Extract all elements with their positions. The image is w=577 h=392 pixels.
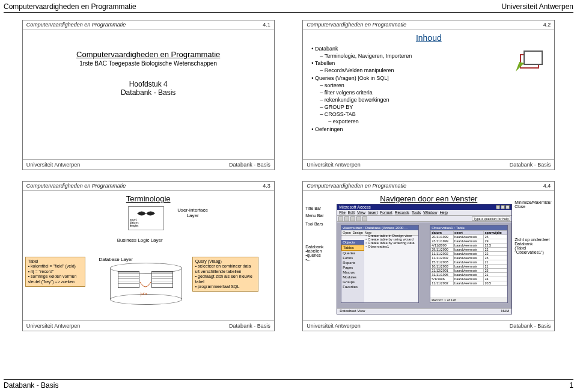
database-objects-list[interactable]: ObjectsTablesQueriesFormsReportsPagesMac…: [341, 240, 364, 302]
menu-item[interactable]: Help: [439, 210, 447, 215]
table-cell[interactable]: 22: [484, 248, 507, 252]
table-cell[interactable]: 25: [484, 269, 507, 273]
db-toolbar-button[interactable]: Design: [353, 231, 363, 234]
table-cell[interactable]: 22,5: [484, 243, 507, 248]
tabel-note: Tabelkolomtitel = "field" (veld)rij = "r…: [25, 257, 85, 287]
object-category[interactable]: Reports: [341, 260, 364, 265]
table-cell[interactable]: 29: [484, 239, 507, 243]
table-cell[interactable]: 21/12/2001: [431, 269, 454, 273]
table-window[interactable]: Observaties1 : Table datumsoortspanwijdt…: [430, 225, 508, 303]
database-main-list[interactable]: ▫ Create table in Design view▫ Create ta…: [364, 233, 418, 302]
database-window[interactable]: vleermuizen : Database (Access 2000 ... …: [341, 225, 419, 303]
table-cell[interactable]: 21: [484, 273, 507, 277]
object-category[interactable]: Forms: [341, 256, 364, 260]
menu-item[interactable]: Records: [395, 210, 409, 215]
object-category[interactable]: Macros: [341, 270, 364, 275]
access-titlebar[interactable]: Microsoft Access _□×: [337, 204, 511, 210]
toolbar-button[interactable]: [344, 216, 349, 221]
db-toolbar-button[interactable]: Open: [343, 231, 350, 234]
table-cell[interactable]: baardvleermuis: [454, 260, 484, 265]
table-row[interactable]: 21/12/2001baardvleermuis25: [431, 269, 507, 273]
minimize-icon[interactable]: _: [496, 205, 500, 209]
table-row[interactable]: 15/11/2003baardvleermuis21: [431, 260, 507, 265]
decorative-clip-icon: [513, 44, 549, 80]
table-row[interactable]: 4/11/2000baardvleermuis22,5: [431, 243, 507, 248]
access-app-title: Microsoft Access: [339, 205, 371, 209]
table-cell[interactable]: baardvleermuis: [454, 243, 484, 248]
table-cell[interactable]: 11/11/2002: [431, 281, 454, 286]
maximize-icon[interactable]: □: [501, 205, 505, 209]
table-cell[interactable]: 4/11/2000: [431, 243, 454, 248]
table-cell[interactable]: 11/11/2002: [431, 252, 454, 256]
help-search-input[interactable]: Type a question for help: [472, 216, 511, 221]
table-header[interactable]: spanwijdte: [484, 231, 507, 235]
table-cell[interactable]: baardvleermuis: [454, 235, 484, 239]
menu-item[interactable]: Insert: [368, 210, 377, 215]
table-cell[interactable]: baardvleermuis: [454, 269, 484, 273]
table-row[interactable]: 29/11/2000baardvleermuis22: [431, 248, 507, 252]
observations-table[interactable]: datumsoortspanwijdte20/11/1999baardvleer…: [430, 230, 507, 286]
menu-item[interactable]: File: [339, 210, 345, 215]
object-category[interactable]: Modules: [341, 275, 364, 280]
table-window-title[interactable]: Observaties1 : Table: [430, 225, 507, 230]
toolbar-button[interactable]: [356, 216, 361, 221]
slide-course: Computervaardigheden en Programmatie: [307, 183, 406, 189]
table-cell[interactable]: baardvleermuis: [454, 239, 484, 243]
window-controls[interactable]: _□×: [496, 205, 510, 209]
db-main-item[interactable]: ▫ Observaties1: [365, 245, 417, 248]
table-row[interactable]: 5/1/1996baardvleermuis24: [431, 277, 507, 281]
menu-item[interactable]: View: [357, 210, 365, 215]
table-cell[interactable]: baardvleermuis: [454, 248, 484, 252]
svg-rect-1: [524, 51, 542, 64]
table-cell[interactable]: 20/11/1999: [431, 235, 454, 239]
close-icon[interactable]: ×: [505, 205, 510, 209]
table-cell[interactable]: 23: [484, 256, 507, 260]
table-cell[interactable]: 25: [484, 235, 507, 239]
table-row[interactable]: 11/11/2002baardvleermuis20,5: [431, 281, 507, 286]
table-cell[interactable]: 23/11/1999: [431, 239, 454, 243]
object-category[interactable]: Tables: [341, 245, 364, 251]
table-cell[interactable]: 22: [484, 252, 507, 256]
table-header[interactable]: soort: [454, 231, 484, 235]
record-navigator[interactable]: Record: 1 of 126: [430, 298, 507, 302]
toolbar-button[interactable]: [338, 216, 343, 221]
table-cell[interactable]: 21: [484, 260, 507, 265]
toolbar-button[interactable]: [350, 216, 355, 221]
table-cell[interactable]: baardvleermuis: [454, 281, 484, 286]
table-cell[interactable]: 10/11/2003: [431, 265, 454, 269]
table-cell[interactable]: baardvleermuis: [454, 265, 484, 269]
toolbar-button[interactable]: [362, 216, 367, 221]
database-window-title[interactable]: vleermuizen : Database (Access 2000 ...: [341, 225, 418, 230]
table-cell[interactable]: 20,5: [484, 281, 507, 286]
table-cell[interactable]: 31/11/1995: [431, 273, 454, 277]
table-cell[interactable]: baardvleermuis: [454, 252, 484, 256]
note-line: Query (Vraag): [195, 259, 255, 264]
object-category[interactable]: Queries: [341, 251, 364, 256]
menu-item[interactable]: Window: [423, 210, 437, 215]
slide-3: Computervaardigheden en Programmatie 4.3…: [22, 181, 275, 331]
table-cell[interactable]: 21: [484, 265, 507, 269]
table-cell[interactable]: 24: [484, 277, 507, 281]
access-menubar[interactable]: FileEditViewInsertFormatRecordsToolsWind…: [337, 210, 511, 216]
object-category[interactable]: Pages: [341, 265, 364, 270]
menu-item[interactable]: Edit: [348, 210, 355, 215]
table-row[interactable]: 10/11/2003baardvleermuis21: [431, 265, 507, 269]
table-cell[interactable]: baardvleermuis: [454, 277, 484, 281]
table-cell[interactable]: 29/11/2000: [431, 248, 454, 252]
table-row[interactable]: 23/11/1999baardvleermuis29: [431, 239, 507, 243]
table-row[interactable]: 11/11/2002baardvleermuis23: [431, 256, 507, 260]
object-category[interactable]: Favorites: [341, 284, 364, 289]
access-toolbar[interactable]: Type a question for help: [337, 216, 511, 222]
table-cell[interactable]: baardvleermuis: [454, 256, 484, 260]
table-cell[interactable]: baardvleermuis: [454, 273, 484, 277]
object-category[interactable]: Groups: [341, 280, 364, 284]
table-cell[interactable]: 11/11/2002: [431, 256, 454, 260]
table-cell[interactable]: 15/11/2003: [431, 260, 454, 265]
table-row[interactable]: 20/11/1999baardvleermuis25: [431, 235, 507, 239]
table-row[interactable]: 11/11/2002baardvleermuis22: [431, 252, 507, 256]
table-header[interactable]: datum: [431, 231, 454, 235]
menu-item[interactable]: Tools: [412, 210, 421, 215]
table-row[interactable]: 31/11/1995baardvleermuis21: [431, 273, 507, 277]
menu-item[interactable]: Format: [380, 210, 392, 215]
table-cell[interactable]: 5/1/1996: [431, 277, 454, 281]
